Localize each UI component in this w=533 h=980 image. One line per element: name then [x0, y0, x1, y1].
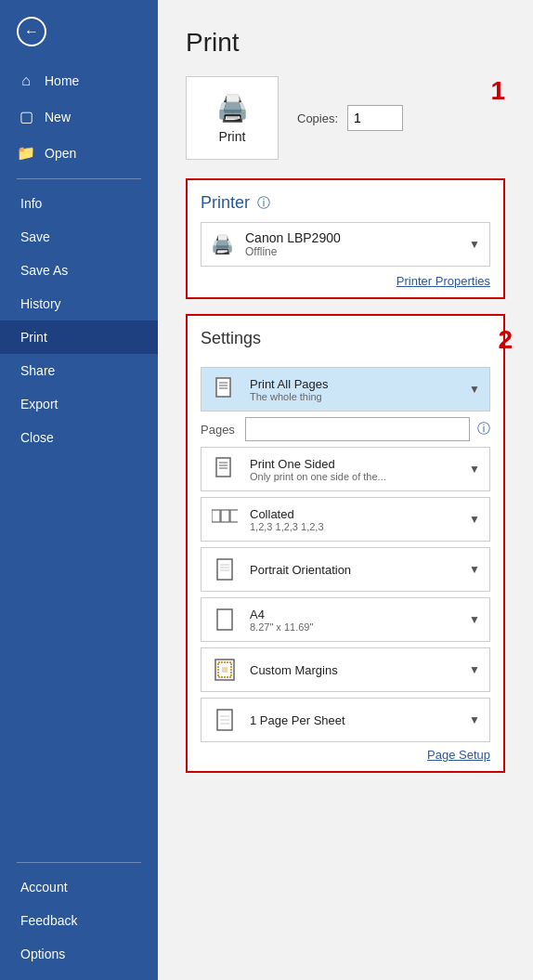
sidebar-item-close[interactable]: Close — [0, 421, 158, 454]
svg-rect-4 — [216, 458, 230, 477]
sidebar-label-save-as: Save As — [20, 263, 68, 278]
sidebar-label-info: Info — [20, 196, 42, 211]
sidebar-label-new: New — [45, 110, 71, 124]
collated-icon — [211, 505, 239, 533]
svg-rect-15 — [217, 609, 232, 630]
svg-rect-11 — [217, 559, 232, 580]
sidebar-item-print[interactable]: Print — [0, 320, 158, 354]
sidebar-item-save[interactable]: Save — [0, 220, 158, 254]
print-top-area: 🖨️ Print Copies: 1 — [186, 76, 505, 160]
page-setup-link[interactable]: Page Setup — [201, 748, 490, 762]
setting-orientation-text: Portrait Orientation — [250, 563, 458, 577]
setting-paper-size[interactable]: A4 8.27" x 11.69" ▼ — [201, 597, 490, 642]
sidebar-label-share: Share — [20, 363, 55, 378]
sidebar: ← ⌂ Home ▢ New 📁 Open Info Save Save As … — [0, 0, 158, 980]
sidebar-item-feedback[interactable]: Feedback — [0, 904, 158, 937]
setting-collated[interactable]: Collated 1,2,3 1,2,3 1,2,3 ▼ — [201, 497, 490, 542]
sidebar-item-export[interactable]: Export — [0, 387, 158, 421]
setting-paper-text: A4 8.27" x 11.69" — [250, 608, 458, 633]
printer-dropdown[interactable]: 🖨️ Canon LBP2900 Offline ▼ — [201, 222, 490, 267]
sidebar-label-export: Export — [20, 397, 58, 412]
back-button[interactable]: ← — [0, 0, 158, 63]
pages-per-sheet-icon — [211, 706, 239, 734]
paper-label: A4 — [250, 608, 458, 621]
printer-section: Printer ⓘ 🖨️ Canon LBP2900 Offline ▼ Pri… — [186, 178, 505, 299]
collated-sublabel: 1,2,3 1,2,3 1,2,3 — [250, 521, 458, 532]
sidebar-label-home: Home — [45, 73, 79, 88]
sidebar-label-open: Open — [45, 146, 76, 161]
printer-dropdown-arrow: ▼ — [469, 238, 480, 251]
setting-orientation[interactable]: Portrait Orientation ▼ — [201, 547, 490, 592]
orientation-dropdown-arrow: ▼ — [469, 563, 480, 576]
sidebar-item-share[interactable]: Share — [0, 354, 158, 387]
sidebar-item-new[interactable]: ▢ New — [0, 98, 158, 135]
sidebar-label-history: History — [20, 296, 61, 311]
sidebar-item-account[interactable]: Account — [0, 870, 158, 904]
printer-name: Canon LBP2900 — [245, 230, 458, 245]
pages-input[interactable] — [245, 417, 470, 441]
setting-collated-text: Collated 1,2,3 1,2,3 1,2,3 — [250, 507, 458, 532]
copies-input[interactable] — [347, 105, 403, 131]
pages-row: Pages ⓘ — [201, 417, 490, 441]
print-pages-sublabel: The whole thing — [250, 391, 458, 402]
setting-print-pages-text: Print All Pages The whole thing — [250, 377, 458, 402]
printer-info-icon[interactable]: ⓘ — [257, 195, 270, 212]
svg-rect-9 — [221, 510, 229, 522]
print-button-icon: 🖨️ — [216, 93, 249, 124]
setting-print-pages[interactable]: Print All Pages The whole thing ▼ — [201, 367, 490, 412]
setting-margins[interactable]: Custom Margins ▼ — [201, 647, 490, 692]
sidebar-divider-1 — [17, 178, 141, 179]
sidebar-label-save: Save — [20, 229, 50, 244]
printer-section-title: Printer ⓘ — [201, 193, 490, 213]
page-title: Print — [186, 28, 505, 58]
setting-sides-text: Print One Sided Only print on one side o… — [250, 457, 458, 482]
svg-rect-0 — [216, 378, 230, 397]
print-button-label: Print — [219, 129, 246, 144]
sidebar-label-options: Options — [20, 947, 65, 961]
pages-info-icon[interactable]: ⓘ — [477, 421, 490, 438]
sidebar-nav: ⌂ Home ▢ New 📁 Open Info Save Save As Hi… — [0, 63, 158, 870]
open-icon: 📁 — [17, 144, 35, 162]
sidebar-item-info[interactable]: Info — [0, 187, 158, 220]
main-content: Print 🖨️ Print Copies: 1 Printer ⓘ 🖨️ Ca… — [158, 0, 533, 980]
paper-dropdown-arrow: ▼ — [469, 613, 480, 626]
printer-properties-link[interactable]: Printer Properties — [201, 274, 490, 288]
sidebar-item-options[interactable]: Options — [0, 937, 158, 971]
step1-number: 1 — [490, 76, 505, 106]
print-button[interactable]: 🖨️ Print — [186, 76, 279, 160]
print-pages-icon — [211, 375, 239, 403]
sides-dropdown-arrow: ▼ — [469, 463, 480, 476]
sidebar-item-home[interactable]: ⌂ Home — [0, 63, 158, 98]
sidebar-label-account: Account — [20, 880, 68, 895]
setting-pps-text: 1 Page Per Sheet — [250, 713, 458, 727]
sides-label: Print One Sided — [250, 457, 458, 471]
paper-sublabel: 8.27" x 11.69" — [250, 621, 458, 633]
pps-label: 1 Page Per Sheet — [250, 713, 458, 727]
printer-small-icon: 🖨️ — [211, 233, 234, 255]
paper-size-icon — [211, 606, 239, 634]
sidebar-item-save-as[interactable]: Save As — [0, 254, 158, 287]
sidebar-item-open[interactable]: 📁 Open — [0, 135, 158, 171]
orientation-icon — [211, 555, 239, 583]
copies-area: Copies: — [297, 105, 403, 131]
sidebar-item-history[interactable]: History — [0, 287, 158, 320]
setting-margins-text: Custom Margins — [250, 663, 458, 677]
margins-dropdown-arrow: ▼ — [469, 663, 480, 676]
margins-icon — [211, 656, 239, 684]
step2-number: 2 — [498, 325, 513, 355]
settings-section: Settings 2 Print All Pages The whole thi… — [186, 314, 505, 773]
back-icon: ← — [17, 17, 46, 46]
svg-rect-18 — [222, 667, 228, 673]
setting-pages-per-sheet[interactable]: 1 Page Per Sheet ▼ — [201, 698, 490, 742]
sidebar-label-close: Close — [20, 430, 54, 445]
settings-title: Settings — [201, 329, 261, 348]
pages-label: Pages — [201, 423, 238, 437]
collated-dropdown-arrow: ▼ — [469, 513, 480, 526]
svg-rect-10 — [230, 510, 238, 522]
print-sides-icon — [211, 455, 239, 483]
orientation-label: Portrait Orientation — [250, 563, 458, 577]
home-icon: ⌂ — [17, 72, 35, 89]
setting-print-sides[interactable]: Print One Sided Only print on one side o… — [201, 447, 490, 491]
print-pages-dropdown-arrow: ▼ — [469, 383, 480, 396]
sidebar-divider-2 — [17, 862, 141, 863]
